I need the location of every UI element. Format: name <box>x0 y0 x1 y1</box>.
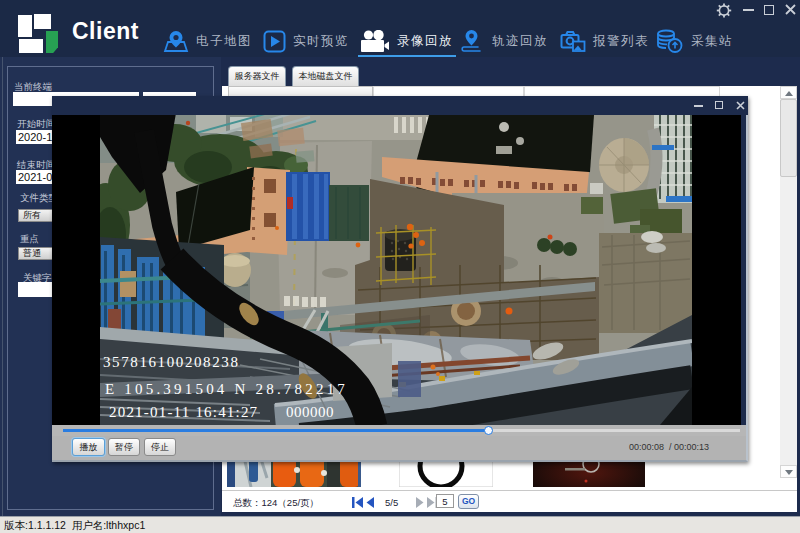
svg-text:E 105.391504 N 28.782217: E 105.391504 N 28.782217 <box>105 381 348 397</box>
svg-text:357816100208238: 357816100208238 <box>103 354 240 370</box>
svg-text:2021-01-11 16:41:27: 2021-01-11 16:41:27 <box>109 404 258 420</box>
svg-text:000000: 000000 <box>286 404 334 420</box>
